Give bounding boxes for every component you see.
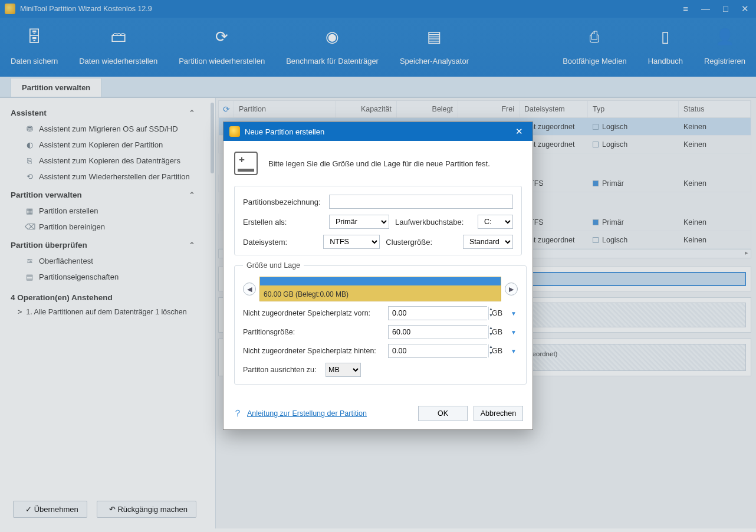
create-partition-dialog: Neue Partition erstellen ✕ Bitte legen S… <box>223 121 533 430</box>
input-space-before[interactable] <box>389 307 488 320</box>
select-cluster[interactable]: Standard <box>463 235 513 249</box>
select-drive-letter[interactable]: C: <box>478 215 513 229</box>
input-partition-name[interactable] <box>329 195 513 209</box>
unit-dropdown-icon[interactable]: ▼ <box>511 348 518 354</box>
label-create-as: Erstellen als: <box>243 218 329 226</box>
unit-label: GB <box>492 347 510 355</box>
unit-label: GB <box>492 328 510 336</box>
select-align[interactable]: MB <box>326 363 361 377</box>
label-partition-size: Partitionsgröße: <box>243 328 388 336</box>
slider-right-handle[interactable]: ▶ <box>505 283 518 295</box>
dialog-logo-icon <box>229 126 240 137</box>
select-create-as[interactable]: Primär <box>329 215 389 229</box>
cancel-button[interactable]: Abbrechen <box>474 406 523 421</box>
help-link[interactable]: Anleitung zur Erstellung der Partition <box>247 409 367 418</box>
dialog-close-icon[interactable]: ✕ <box>512 125 527 138</box>
input-partition-size[interactable] <box>389 326 488 339</box>
help-icon[interactable]: ？ <box>233 408 242 420</box>
label-drive-letter: Laufwerkbuchstabe: <box>395 218 478 226</box>
unit-dropdown-icon[interactable]: ▼ <box>511 310 518 317</box>
legend-size-location: Größe und Lage <box>243 261 304 270</box>
unit-label: GB <box>492 309 510 317</box>
label-align: Partiton ausrichten zu: <box>243 366 326 374</box>
dialog-title: Neue Partition erstellen <box>245 127 324 136</box>
label-partition-name: Partitionsbezeichnung: <box>243 198 329 206</box>
input-space-after[interactable] <box>389 344 488 357</box>
label-cluster: Clustergröße: <box>386 238 463 247</box>
dialog-titlebar: Neue Partition erstellen ✕ <box>223 122 533 141</box>
ok-button[interactable]: OK <box>418 406 468 421</box>
select-filesystem[interactable]: NTFS <box>323 235 380 249</box>
slider-left-handle[interactable]: ◀ <box>243 283 256 295</box>
partition-slider[interactable]: 60.00 GB (Belegt:0.00 MB) <box>259 277 501 301</box>
label-filesystem: Dateisystem: <box>243 238 323 247</box>
dialog-instruction: Bitte legen Sie die Größe und die Lage f… <box>268 159 490 168</box>
slider-label: 60.00 GB (Belegt:0.00 MB) <box>264 290 349 298</box>
add-drive-icon <box>234 152 258 175</box>
unit-dropdown-icon[interactable]: ▼ <box>511 329 518 336</box>
label-space-before: Nicht zugeordneter Speicherplatz vorn: <box>243 309 388 317</box>
label-space-after: Nicht zugeordneter Speicherplatz hinten: <box>243 347 388 355</box>
